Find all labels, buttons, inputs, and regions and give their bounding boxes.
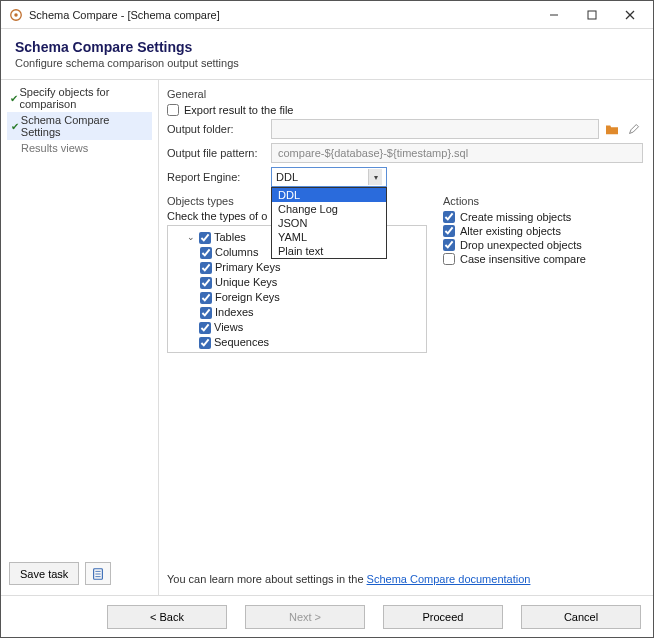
save-task-config-button[interactable] bbox=[85, 562, 111, 585]
check-icon: ✔ bbox=[9, 121, 21, 132]
window: Schema Compare - [Schema compare] Schema… bbox=[0, 0, 654, 638]
tree-checkbox-foreign-keys[interactable] bbox=[200, 292, 212, 304]
report-engine-option-yaml[interactable]: YAML bbox=[272, 230, 386, 244]
output-folder-row: Output folder: bbox=[167, 119, 643, 139]
export-result-row: Export result to the file bbox=[167, 103, 643, 117]
tree-checkbox-sequences[interactable] bbox=[199, 337, 211, 349]
svg-rect-3 bbox=[588, 11, 596, 19]
action-checkbox-drop-unexpected[interactable] bbox=[443, 239, 455, 251]
output-folder-label: Output folder: bbox=[167, 123, 271, 135]
tree-label: Sequences bbox=[214, 335, 269, 350]
tree-checkbox-tables[interactable] bbox=[199, 232, 211, 244]
hint-bar: You can learn more about settings in the… bbox=[167, 563, 643, 595]
action-checkbox-alter-existing[interactable] bbox=[443, 225, 455, 237]
tree-row-primary-keys[interactable]: Primary Keys bbox=[174, 260, 420, 275]
action-label: Create missing objects bbox=[460, 211, 571, 223]
tree-label: Tables bbox=[214, 230, 246, 245]
minimize-button[interactable] bbox=[535, 1, 573, 29]
general-section-label: General bbox=[167, 88, 643, 100]
tree-checkbox-primary-keys[interactable] bbox=[200, 262, 212, 274]
tree-checkbox-views[interactable] bbox=[199, 322, 211, 334]
report-engine-selected[interactable]: DDL ▾ bbox=[271, 167, 387, 187]
action-row-case-insensitive: Case insensitive compare bbox=[443, 252, 643, 266]
save-task-button[interactable]: Save task bbox=[9, 562, 79, 585]
sidebar-item-schema-compare-settings[interactable]: ✔ Schema Compare Settings bbox=[7, 112, 152, 140]
tree-label: Views bbox=[214, 320, 243, 335]
wizard-header: Schema Compare Settings Configure schema… bbox=[1, 29, 653, 80]
sidebar-item-specify-objects[interactable]: ✔ Specify objects for comparison bbox=[7, 84, 152, 112]
page-title: Schema Compare Settings bbox=[15, 39, 639, 55]
lower-columns: Objects types Check the types of objects… bbox=[167, 193, 643, 353]
tree-checkbox-columns[interactable] bbox=[200, 247, 212, 259]
action-checkbox-case-insensitive[interactable] bbox=[443, 253, 455, 265]
report-engine-option-plaintext[interactable]: Plain text bbox=[272, 244, 386, 258]
report-engine-label: Report Engine: bbox=[167, 171, 271, 183]
tree-label: Foreign Keys bbox=[215, 290, 280, 305]
check-icon: ✔ bbox=[9, 93, 19, 104]
action-row-create-missing: Create missing objects bbox=[443, 210, 643, 224]
app-icon bbox=[9, 8, 23, 22]
back-button[interactable]: < Back bbox=[107, 605, 227, 629]
collapse-icon[interactable]: ⌄ bbox=[186, 230, 196, 245]
next-button[interactable]: Next > bbox=[245, 605, 365, 629]
sidebar-item-results-views[interactable]: Results views bbox=[7, 140, 152, 156]
tree-label: Columns bbox=[215, 245, 258, 260]
sidebar-item-label: Results views bbox=[21, 142, 88, 154]
report-engine-select[interactable]: DDL ▾ DDL Change Log JSON YAML Plain tex… bbox=[271, 167, 387, 187]
maximize-button[interactable] bbox=[573, 1, 611, 29]
tree-row-sequences[interactable]: Sequences bbox=[174, 335, 420, 350]
tree-checkbox-unique-keys[interactable] bbox=[200, 277, 212, 289]
titlebar: Schema Compare - [Schema compare] bbox=[1, 1, 653, 29]
export-result-checkbox[interactable] bbox=[167, 104, 179, 116]
tree-row-views[interactable]: Views bbox=[174, 320, 420, 335]
report-engine-selected-value: DDL bbox=[276, 171, 368, 183]
wizard-buttons: < Back Next > Proceed Cancel bbox=[1, 595, 653, 637]
tree-label: Primary Keys bbox=[215, 260, 280, 275]
output-pattern-input[interactable] bbox=[271, 143, 643, 163]
action-label: Case insensitive compare bbox=[460, 253, 586, 265]
actions-column: Actions Create missing objects Alter exi… bbox=[443, 193, 643, 353]
output-folder-input[interactable] bbox=[271, 119, 599, 139]
report-engine-row: Report Engine: DDL ▾ DDL Change Log JSON… bbox=[167, 167, 643, 187]
chevron-down-icon: ▾ bbox=[368, 169, 382, 185]
action-checkbox-create-missing[interactable] bbox=[443, 211, 455, 223]
proceed-button[interactable]: Proceed bbox=[383, 605, 503, 629]
action-label: Drop unexpected objects bbox=[460, 239, 582, 251]
output-pattern-label: Output file pattern: bbox=[167, 147, 271, 159]
report-engine-dropdown: DDL Change Log JSON YAML Plain text bbox=[271, 187, 387, 259]
wizard-body: ✔ Specify objects for comparison ✔ Schem… bbox=[1, 80, 653, 595]
report-engine-option-changelog[interactable]: Change Log bbox=[272, 202, 386, 216]
cancel-button[interactable]: Cancel bbox=[521, 605, 641, 629]
action-label: Alter existing objects bbox=[460, 225, 561, 237]
documentation-link[interactable]: Schema Compare documentation bbox=[367, 573, 531, 585]
export-result-label: Export result to the file bbox=[184, 104, 293, 116]
page-subtitle: Configure schema comparison output setti… bbox=[15, 57, 639, 69]
hint-text: You can learn more about settings in the bbox=[167, 573, 367, 585]
tree-row-indexes[interactable]: Indexes bbox=[174, 305, 420, 320]
report-engine-option-json[interactable]: JSON bbox=[272, 216, 386, 230]
wizard-sidebar: ✔ Specify objects for comparison ✔ Schem… bbox=[1, 80, 159, 595]
actions-section-label: Actions bbox=[443, 195, 643, 207]
settings-content: General Export result to the file Output… bbox=[159, 80, 653, 595]
tree-label: Indexes bbox=[215, 305, 254, 320]
report-engine-option-ddl[interactable]: DDL bbox=[272, 188, 386, 202]
sidebar-item-label: Specify objects for comparison bbox=[19, 86, 150, 110]
close-button[interactable] bbox=[611, 1, 649, 29]
svg-point-1 bbox=[14, 13, 18, 17]
tree-label: Unique Keys bbox=[215, 275, 277, 290]
sidebar-item-label: Schema Compare Settings bbox=[21, 114, 150, 138]
tree-checkbox-indexes[interactable] bbox=[200, 307, 212, 319]
edit-variables-button[interactable] bbox=[625, 120, 643, 138]
tree-row-unique-keys[interactable]: Unique Keys bbox=[174, 275, 420, 290]
tree-row-foreign-keys[interactable]: Foreign Keys bbox=[174, 290, 420, 305]
action-row-alter-existing: Alter existing objects bbox=[443, 224, 643, 238]
sidebar-actions: Save task bbox=[7, 556, 152, 591]
window-title: Schema Compare - [Schema compare] bbox=[29, 9, 220, 21]
action-row-drop-unexpected: Drop unexpected objects bbox=[443, 238, 643, 252]
browse-folder-button[interactable] bbox=[603, 120, 621, 138]
output-pattern-row: Output file pattern: bbox=[167, 143, 643, 163]
